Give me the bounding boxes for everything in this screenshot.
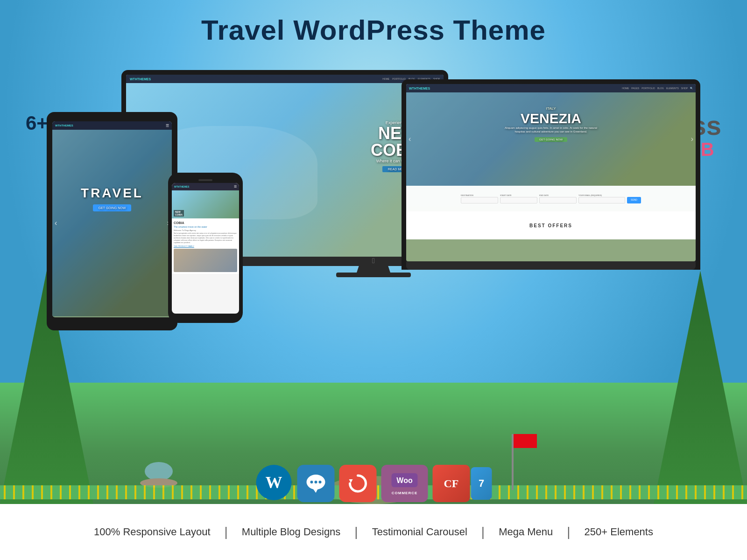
tablet-device: WTHTHEMES ☰ ‹ › TRAVEL GET GOING NOW <box>47 112 177 330</box>
feature-testimonial-text: Testimonial Carousel <box>372 526 467 538</box>
end-date-label: END DATE <box>539 194 577 196</box>
phone-bezel: WTHTHEMES ☰ NEWCOBIA COBIA The smartest … <box>168 173 243 323</box>
cf7-red-part: CF <box>433 465 470 502</box>
phone-bottom-img <box>174 249 237 272</box>
venezia-prev[interactable]: ‹ <box>409 135 411 143</box>
tablet-hero: ‹ › TRAVEL GET GOING NOW <box>52 130 172 316</box>
wordpress-plugin-icon: W <box>255 464 293 503</box>
features-list: 100% Responsive Layout | Multiple Blog D… <box>0 525 747 539</box>
revslider-plugin-icon <box>339 465 377 502</box>
cf7-plugin-icon: CF 7 <box>433 465 492 502</box>
right-navbar: WTHTHEMES HOME PAGES PORTFOLIO BLOG ELEM… <box>406 84 696 92</box>
features-bar: 100% Responsive Layout | Multiple Blog D… <box>0 504 747 560</box>
venezia-desc: Aliquam adipiscing augue quis felis. In … <box>504 126 598 134</box>
venezia-title: VENEZIA <box>504 111 598 126</box>
svg-marker-3 <box>313 488 318 493</box>
email-input[interactable] <box>578 197 625 203</box>
venezia-btn[interactable]: GET GOING NOW <box>535 137 567 142</box>
feature-mega-menu: Mega Menu <box>485 526 567 538</box>
phone-menu-icon[interactable]: ☰ <box>234 185 237 189</box>
search-form: DESTINATION START DATE END DATE <box>406 186 696 211</box>
svg-point-5 <box>315 481 317 483</box>
phone-navbar: WTHTHEMES ☰ <box>172 183 239 190</box>
tablet-home-bar <box>52 317 172 321</box>
svg-text:Woo: Woo <box>396 476 413 484</box>
sep-3: | <box>481 525 485 539</box>
tablet-prev[interactable]: ‹ <box>55 219 57 227</box>
italy-label: ITALY <box>504 106 598 111</box>
feature-responsive: 100% Responsive Layout <box>80 526 225 538</box>
phone-cobia-subtitle: The smartest move on the water <box>174 225 237 228</box>
phone-hero-badge: NEWCOBIA <box>174 210 184 217</box>
email-field: YOUR EMAIL (REQUIRED) <box>578 194 625 203</box>
start-date-field: START DATE <box>500 194 537 203</box>
feature-responsive-text: 100% Responsive Layout <box>94 526 211 538</box>
phone-link[interactable]: THE PRODUCT FAMILY <box>174 245 237 247</box>
email-label: YOUR EMAIL (REQUIRED) <box>578 194 625 196</box>
destination-label: DESTINATION <box>461 194 498 196</box>
phone-content: COBIA The smartest move on the water Wel… <box>172 218 239 274</box>
svg-point-6 <box>319 481 322 483</box>
phone-screen: WTHTHEMES ☰ NEWCOBIA COBIA The smartest … <box>172 183 239 314</box>
devices-container: WTHTHEMES HOME PORTFOLIO BLOG ELEMENTS S… <box>47 56 700 373</box>
cf7-number: 7 <box>479 477 484 490</box>
form-row: DESTINATION START DATE END DATE <box>457 194 645 203</box>
right-monitor-bezel: WTHTHEMES HOME PAGES PORTFOLIO BLOG ELEM… <box>402 79 700 270</box>
apple-logo-icon:  <box>372 257 375 265</box>
best-offers-label: BEST OFFERS <box>406 211 696 239</box>
feature-megamenu-text: Mega Menu <box>499 526 553 538</box>
venezia-hero: ‹ › ITALY VENEZIA Aliquam adipiscing aug… <box>406 92 696 186</box>
start-date-label: START DATE <box>500 194 537 196</box>
tablet-logo: WTHTHEMES <box>55 124 73 127</box>
phone-bottom-space <box>172 314 239 316</box>
feature-testimonial: Testimonial Carousel <box>358 526 481 538</box>
sep-4: | <box>567 525 570 539</box>
laptop-logo: WTHTHEMES <box>130 77 151 81</box>
phone-body-text: Sed ut perspiciatis unde omnis iste natu… <box>174 232 237 244</box>
cf7-text: CF <box>444 477 459 490</box>
feature-elements: 250+ Elements <box>571 526 667 538</box>
destination-field: DESTINATION <box>461 194 498 203</box>
woocommerce-plugin-icon: Woo COMMERCE <box>381 465 428 502</box>
tablet-screen: WTHTHEMES ☰ ‹ › TRAVEL GET GOING NOW <box>52 121 172 317</box>
right-logo: WTHTHEMES <box>409 87 430 90</box>
venezia-next[interactable]: › <box>691 135 693 143</box>
start-date-input[interactable] <box>500 197 537 203</box>
page-title: Travel WordPress Theme <box>201 14 546 46</box>
phone-cobia-title: COBIA <box>174 221 237 224</box>
imac-foot <box>336 273 411 277</box>
tablet-overlay <box>52 130 172 316</box>
svg-point-4 <box>310 481 313 483</box>
tablet-cta-btn[interactable]: GET GOING NOW <box>93 204 132 211</box>
sep-1: | <box>225 525 228 539</box>
feature-elements-text: 250+ Elements <box>585 526 653 538</box>
laptop-navbar: WTHTHEMES HOME PORTFOLIO BLOG ELEMENTS S… <box>126 75 444 83</box>
svg-text:W: W <box>266 473 282 492</box>
tablet-navbar: WTHTHEMES ☰ <box>52 121 172 130</box>
feature-blog-text: Multiple Blog Designs <box>242 526 341 538</box>
right-monitor-screen: WTHTHEMES HOME PAGES PORTFOLIO BLOG ELEM… <box>406 84 696 261</box>
send-button[interactable]: SEND <box>627 197 641 203</box>
best-offers-text: BEST OFFERS <box>529 223 572 228</box>
apple-logo-wrapper:  <box>372 257 375 265</box>
tablet-hero-text: TRAVEL GET GOING NOW <box>65 186 159 211</box>
right-monitor: WTHTHEMES HOME PAGES PORTFOLIO BLOG ELEM… <box>402 79 700 270</box>
travel-text: TRAVEL <box>65 186 159 201</box>
kiwi-plugin-icon <box>297 465 335 502</box>
phone-notch <box>198 179 212 181</box>
woo-label: COMMERCE <box>392 491 418 495</box>
phone-welcome: Welcome To Ringo Agency <box>174 229 237 231</box>
right-nav: HOME PAGES PORTFOLIO BLOG ELEMENTS SHOP … <box>622 87 693 90</box>
hamburger-icon[interactable]: ☰ <box>166 124 169 128</box>
plugin-icons-row: W Woo COMMERCE CF 7 <box>255 464 492 503</box>
tablet-bezel: WTHTHEMES ☰ ‹ › TRAVEL GET GOING NOW <box>47 112 177 330</box>
phone-device: WTHTHEMES ☰ NEWCOBIA COBIA The smartest … <box>168 173 243 323</box>
end-date-field: END DATE <box>539 194 577 203</box>
destination-input[interactable] <box>461 197 498 203</box>
right-monitor-bottom <box>406 261 696 270</box>
phone-logo: WTHTHEMES <box>174 185 189 188</box>
phone-hero-img: NEWCOBIA <box>172 190 239 218</box>
end-date-input[interactable] <box>539 197 577 203</box>
sep-2: | <box>354 525 358 539</box>
feature-blog: Multiple Blog Designs <box>228 526 355 538</box>
